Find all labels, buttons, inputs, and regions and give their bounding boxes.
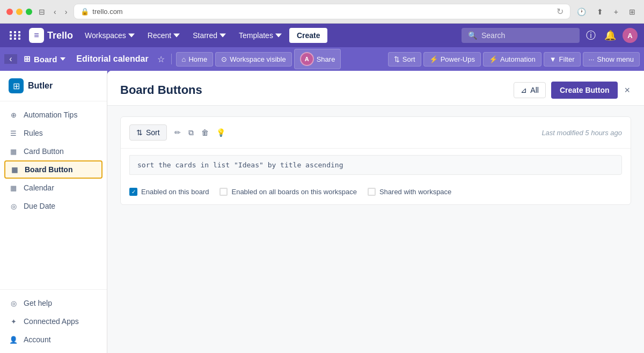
starred-btn[interactable]: Starred bbox=[187, 28, 231, 43]
share-btn[interactable]: A Share bbox=[294, 49, 341, 69]
content-header: Board Buttons ⊿ All Create Button × bbox=[107, 71, 644, 106]
power-ups-btn[interactable]: ⚡ Power-Ups bbox=[423, 52, 481, 67]
checkbox-shared-workspace-input[interactable] bbox=[368, 188, 376, 196]
show-menu-icon: ··· bbox=[589, 55, 595, 63]
checkbox-enabled-all-boards-label: Enabled on all boards on this workspace bbox=[231, 188, 356, 196]
sidebar-item-label: Card Button bbox=[24, 147, 64, 156]
calendar-icon: ▦ bbox=[9, 183, 18, 193]
history-btn[interactable]: 🕐 bbox=[575, 6, 588, 17]
account-icon: 👤 bbox=[9, 335, 18, 344]
minimize-traffic-light[interactable] bbox=[16, 9, 23, 15]
edit-btn[interactable]: ✏ bbox=[172, 126, 183, 139]
sidebar-item-calendar[interactable]: ▦ Calendar bbox=[0, 179, 107, 197]
sidebar-item-label: Connected Apps bbox=[24, 317, 79, 326]
workspace-visible-btn[interactable]: ⊙ Workspace visible bbox=[215, 52, 292, 67]
sidebar-item-account[interactable]: 👤 Account bbox=[0, 330, 107, 349]
browser-chrome: ⊟ ‹ › 🔒 trello.com ↻ 🕐 ⬆ + ⊞ bbox=[0, 0, 644, 24]
create-btn[interactable]: Create bbox=[289, 28, 328, 43]
checkbox-shared-workspace-label: Shared with workspace bbox=[379, 188, 451, 196]
templates-chevron-icon bbox=[275, 32, 282, 39]
new-tab-btn[interactable]: + bbox=[612, 6, 620, 17]
sidebar-toggle-btn[interactable]: ⊟ bbox=[36, 6, 47, 17]
delete-btn[interactable]: 🗑 bbox=[199, 126, 211, 139]
checkbox-enabled-all-boards[interactable]: Enabled on all boards on this workspace bbox=[219, 188, 356, 196]
user-avatar[interactable]: A bbox=[623, 28, 638, 43]
checkbox-enabled-all-boards-input[interactable] bbox=[219, 188, 228, 196]
checkbox-shared-workspace[interactable]: Shared with workspace bbox=[368, 188, 451, 196]
sidebar-item-card-button[interactable]: ▦ Card Button bbox=[0, 142, 107, 160]
templates-btn[interactable]: Templates bbox=[233, 28, 287, 43]
apps-menu-btn[interactable] bbox=[6, 28, 25, 43]
content-title: Board Buttons bbox=[120, 83, 202, 97]
close-traffic-light[interactable] bbox=[6, 9, 13, 15]
card-button-icon: ▦ bbox=[9, 146, 18, 156]
search-box[interactable]: 🔍 Search bbox=[462, 28, 580, 43]
trello-logo-icon: ≡ bbox=[29, 28, 44, 43]
workspaces-chevron-icon bbox=[128, 32, 135, 39]
share-avatar: A bbox=[300, 52, 314, 66]
address-bar[interactable]: 🔒 trello.com ↻ bbox=[74, 4, 570, 19]
sort-icon: ⇅ bbox=[394, 55, 400, 63]
info-btn[interactable]: ⓘ bbox=[584, 27, 598, 44]
workspaces-btn[interactable]: Workspaces bbox=[79, 28, 140, 43]
content-area: Board Buttons ⊿ All Create Button × ⇅ So… bbox=[107, 71, 644, 353]
panel-toggle-btn[interactable]: ‹ bbox=[4, 54, 17, 64]
reload-icon[interactable]: ↻ bbox=[557, 6, 564, 17]
automation-btn[interactable]: ⚡ Automation bbox=[483, 52, 541, 67]
info-action-btn[interactable]: 💡 bbox=[214, 126, 228, 139]
sidebar: ⊞ Butler ⊕ Automation Tips ☰ Rules ▦ Car… bbox=[0, 71, 107, 353]
traffic-lights bbox=[6, 9, 32, 15]
sidebar-item-automation-tips[interactable]: ⊕ Automation Tips bbox=[0, 106, 107, 124]
checkbox-enabled-this-board-input[interactable] bbox=[129, 188, 137, 196]
browser-controls: ⊟ ‹ › bbox=[36, 6, 69, 17]
recent-btn[interactable]: Recent bbox=[142, 28, 185, 43]
sidebar-item-label: Board Button bbox=[25, 165, 72, 174]
share-browser-btn[interactable]: ⬆ bbox=[595, 6, 605, 17]
board-toolbar: ‹ ⊞ Board Editorial calendar ☆ ⌂ Home ⊙ … bbox=[0, 47, 644, 71]
filter-icon: ▼ bbox=[550, 55, 557, 63]
sidebar-item-board-button[interactable]: ▦ Board Button bbox=[4, 160, 103, 179]
automation-icon: ⚡ bbox=[489, 55, 497, 63]
board-label: Board bbox=[34, 55, 57, 64]
last-modified-text: Last modified 5 hours ago bbox=[541, 129, 622, 137]
grid-btn[interactable]: ⊞ bbox=[627, 6, 638, 17]
sidebar-item-due-date[interactable]: ◎ Due Date bbox=[0, 197, 107, 215]
sort-btn[interactable]: ⇅ Sort bbox=[388, 52, 421, 67]
create-button-btn[interactable]: Create Button bbox=[551, 82, 618, 99]
close-btn[interactable]: × bbox=[623, 84, 631, 97]
board-button-icon: ▦ bbox=[10, 165, 19, 174]
show-menu-btn[interactable]: ··· Show menu bbox=[583, 52, 640, 67]
fullscreen-traffic-light[interactable] bbox=[26, 9, 32, 15]
trello-logo[interactable]: ≡ Trello bbox=[29, 28, 73, 43]
filter-funnel-icon: ⊿ bbox=[521, 86, 527, 94]
sidebar-item-connected-apps[interactable]: ✦ Connected Apps bbox=[0, 312, 107, 330]
url-text: trello.com bbox=[92, 8, 122, 16]
sort-btn-icon: ⇅ bbox=[136, 128, 143, 137]
command-preview: sort the cards in list "Ideas" by title … bbox=[129, 155, 622, 175]
home-btn[interactable]: ⌂ Home bbox=[176, 52, 214, 67]
browser-right-controls: 🕐 ⬆ + ⊞ bbox=[575, 6, 638, 17]
sidebar-item-label: Rules bbox=[24, 129, 43, 137]
star-btn[interactable]: ☆ bbox=[155, 52, 167, 67]
notifications-btn[interactable]: 🔔 bbox=[602, 27, 618, 43]
automation-tips-icon: ⊕ bbox=[9, 110, 18, 120]
sidebar-item-rules[interactable]: ☰ Rules bbox=[0, 124, 107, 142]
checkbox-enabled-this-board[interactable]: Enabled on this board bbox=[129, 188, 209, 196]
lock-icon: 🔒 bbox=[80, 8, 89, 16]
sidebar-item-label: Get help bbox=[24, 299, 52, 307]
forward-btn[interactable]: › bbox=[63, 6, 70, 17]
checkboxes-group: Enabled on this board Enabled on all boa… bbox=[121, 181, 631, 204]
rules-icon: ☰ bbox=[9, 128, 18, 138]
button-sort-btn[interactable]: ⇅ Sort bbox=[129, 124, 167, 141]
page-title: Editorial calendar bbox=[72, 52, 152, 66]
content-body: ⇅ Sort ✏ ⧉ 🗑 💡 Last modified 5 hours ago… bbox=[107, 106, 644, 216]
checkbox-enabled-this-board-label: Enabled on this board bbox=[141, 188, 209, 196]
filter-btn[interactable]: ▼ Filter bbox=[544, 52, 581, 67]
copy-btn[interactable]: ⧉ bbox=[186, 126, 196, 139]
sidebar-item-get-help[interactable]: ◎ Get help bbox=[0, 294, 107, 312]
back-btn[interactable]: ‹ bbox=[52, 6, 58, 17]
main-layout: ⊞ Butler ⊕ Automation Tips ☰ Rules ▦ Car… bbox=[0, 71, 644, 353]
filter-all-btn[interactable]: ⊿ All bbox=[514, 82, 546, 98]
sidebar-bottom: ◎ Get help ✦ Connected Apps 👤 Account bbox=[0, 289, 107, 353]
board-view-btn[interactable]: ⊞ Board bbox=[19, 52, 70, 66]
